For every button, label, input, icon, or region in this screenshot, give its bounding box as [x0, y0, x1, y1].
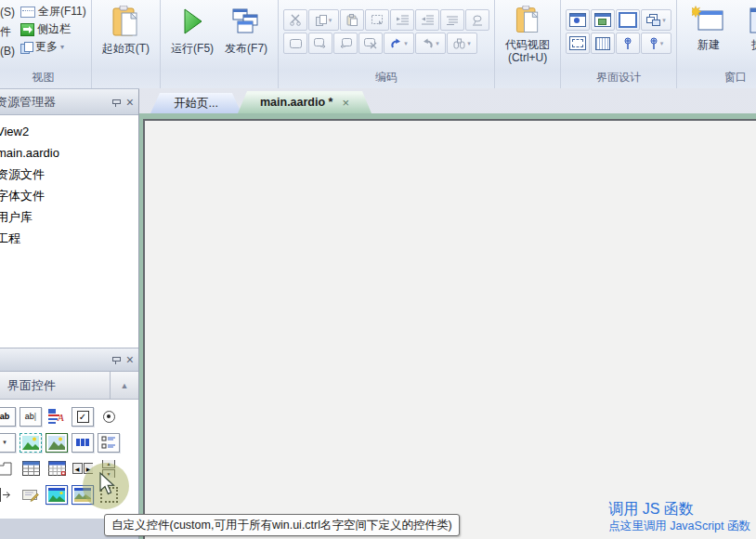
select-form-button[interactable] — [566, 33, 590, 54]
bookmark-prev-button[interactable] — [333, 33, 358, 54]
form-properties-button[interactable] — [566, 9, 590, 31]
controls-panel-title: 界面控件 — [7, 377, 56, 394]
tree-item-main-aardio[interactable]: main.aardio — [0, 142, 138, 164]
tree-item-resource-files[interactable]: 资源文件 — [0, 164, 138, 185]
listview-control-item[interactable] — [98, 433, 120, 453]
ribbon-group-design: ▾ ▾ 界面设计 — [560, 0, 676, 88]
js-call-block: 调用 JS 函数 点这里调用 JavaScript 函数 — [608, 500, 750, 533]
ribbon: (S) 件(B) 全屏(F11) 侧边栏 — [0, 0, 756, 89]
js-call-link[interactable]: 点这里调用 JavaScript 函数 — [608, 519, 750, 533]
clipped-menu-item-2[interactable]: 件(B) — [0, 22, 15, 42]
ribbon-group-startpage: 起始页(T) — [91, 0, 160, 88]
copy-pages-icon — [20, 42, 33, 53]
anchor-button[interactable] — [616, 33, 640, 54]
document-area: 开始页... main.aardio * × 调用 JS 函数 点这里调用 Ja… — [139, 88, 756, 539]
tree-item-user-lib[interactable]: 用户库 — [0, 206, 138, 228]
undo-button[interactable]: ▾ — [384, 33, 414, 54]
tree-item-view2[interactable]: View2 — [0, 121, 138, 142]
chevron-down-icon: ▾ — [662, 17, 666, 24]
ribbon-group-coding: ▾ — [278, 0, 494, 88]
run-button[interactable]: 运行(F5) — [165, 3, 219, 58]
new-window-button[interactable]: 新建 — [682, 3, 736, 54]
chevron-down-icon: ▾ — [660, 40, 664, 47]
splitter-control-item[interactable] — [0, 486, 15, 504]
window-group-label: 窗口 — [682, 69, 756, 88]
close-tab-icon[interactable]: × — [342, 96, 349, 110]
grid-toggle-button[interactable] — [591, 33, 615, 54]
more-button[interactable]: 更多 ▾ — [20, 38, 86, 56]
js-call-title[interactable]: 调用 JS 函数 — [608, 500, 750, 519]
view-group-label: 视图 — [0, 69, 86, 88]
picture-control-item[interactable] — [20, 433, 42, 453]
tree-item-project[interactable]: 工程 — [0, 228, 138, 249]
clipped-menu-item-1[interactable]: (S) — [0, 3, 15, 22]
outdent-button[interactable] — [415, 9, 439, 31]
edit-control-item[interactable]: ab| — [20, 407, 42, 427]
static-control-item[interactable]: ab — [0, 407, 16, 427]
code-view-button[interactable]: 代码视图(Ctrl+U) — [500, 3, 555, 67]
select-block-button[interactable] — [365, 9, 389, 31]
controls-panel-header: × — [0, 348, 138, 372]
controls-section-bar[interactable]: 界面控件 ▲ — [0, 372, 138, 400]
tab-start-page[interactable]: 开始页... — [150, 93, 241, 113]
start-page-button[interactable]: 起始页(T) — [97, 3, 155, 58]
cut-button[interactable] — [283, 9, 307, 31]
ribbon-group-window: 新建 拆分 ▾ 窗口 — [676, 0, 756, 88]
progressbar-control-item[interactable] — [72, 433, 94, 453]
redo-button[interactable]: ▾ — [415, 33, 446, 54]
pin-icon[interactable] — [111, 355, 120, 364]
format-lines-button[interactable] — [440, 9, 464, 31]
hotkey-control-item[interactable] — [20, 486, 41, 504]
coding-group-label: 编码 — [283, 69, 489, 88]
find-button[interactable]: ▾ — [447, 33, 477, 54]
design-group-label: 界面设计 — [566, 69, 671, 88]
copy-button[interactable]: ▾ — [308, 9, 339, 31]
form-designer-canvas[interactable]: 调用 JS 函数 点这里调用 JavaScript 函数 — [143, 119, 756, 539]
indent-button[interactable] — [390, 9, 414, 31]
split-window-button[interactable]: 拆分 ▾ — [736, 3, 756, 62]
explorer-tree: View2 main.aardio 资源文件 字体文件 用户库 工程 — [0, 115, 138, 348]
chevron-down-icon: ▾ — [436, 40, 439, 47]
mouse-cursor — [98, 472, 119, 496]
window-border-icon — [619, 12, 637, 28]
bookmark-button[interactable] — [283, 33, 307, 54]
window-dashed-icon — [569, 36, 586, 50]
clipboard-icon — [110, 6, 141, 39]
sidebar-toggle-button[interactable]: 侧边栏 — [20, 20, 86, 38]
checkbox-control-item[interactable]: ✓ — [72, 407, 94, 427]
close-icon[interactable]: × — [126, 353, 134, 366]
anchor-menu-button[interactable]: ▾ — [641, 33, 671, 54]
tree-item-font-files[interactable]: 字体文件 — [0, 185, 138, 206]
tab-control-item[interactable] — [0, 460, 15, 478]
collapse-button[interactable]: ▲ — [110, 372, 138, 399]
publish-button[interactable]: 发布(F7) — [219, 3, 273, 58]
fullscreen-icon — [20, 7, 35, 18]
bookmark-clear-button[interactable] — [358, 33, 383, 54]
image-control-item[interactable] — [46, 485, 68, 505]
explorer-panel-title: 资源管理器 — [0, 94, 56, 111]
window-image-icon — [594, 13, 611, 27]
ribbon-group-run: 运行(F5) 发布(F7) — [160, 0, 278, 88]
fullscreen-button[interactable]: 全屏(F11) — [20, 3, 86, 20]
pin-icon[interactable] — [111, 98, 120, 107]
grid-control-item[interactable] — [20, 460, 41, 478]
richedit-control-item[interactable]: A — [46, 408, 67, 426]
combobox-control-item[interactable]: ▾ — [0, 433, 16, 453]
form-border-button[interactable] — [616, 9, 640, 31]
tab-main-aardio[interactable]: main.aardio * × — [238, 91, 371, 113]
calendar-control-item[interactable] — [46, 460, 67, 478]
comment-button[interactable] — [465, 9, 489, 31]
anchor-pin-icon — [649, 37, 658, 50]
picturebox-control-item[interactable] — [46, 433, 68, 453]
close-icon[interactable]: × — [126, 96, 134, 109]
publish-windows-icon — [229, 6, 263, 39]
bookmark-next-button[interactable] — [308, 33, 332, 54]
tab-strip: 开始页... main.aardio * × — [139, 88, 756, 113]
form-preview-button[interactable] — [591, 9, 615, 31]
bring-to-front-button[interactable]: ▾ — [641, 9, 671, 31]
svg-text:A: A — [57, 412, 64, 423]
radiobutton-control-item[interactable] — [98, 408, 119, 426]
run-icon — [176, 6, 208, 39]
chevron-down-icon: ▾ — [404, 40, 408, 47]
paste-button[interactable] — [340, 9, 364, 31]
